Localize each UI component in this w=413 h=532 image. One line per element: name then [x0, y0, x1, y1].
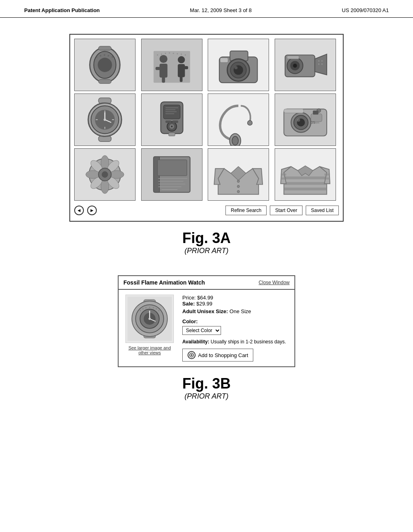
product-panel-body: See larger image and other views Price: … — [119, 290, 294, 366]
svg-rect-43 — [287, 56, 299, 59]
grid-cell-9[interactable] — [74, 148, 136, 201]
svg-rect-18 — [177, 64, 185, 77]
header-publication: Patent Application Publication — [24, 7, 100, 13]
add-to-cart-button[interactable]: Add to Shopping Cart — [182, 349, 253, 362]
svg-point-114 — [237, 190, 240, 193]
svg-point-138 — [156, 308, 157, 310]
size-label: Adult Unisex Size: — [182, 308, 228, 314]
svg-rect-67 — [165, 121, 171, 123]
svg-rect-20 — [179, 76, 182, 82]
svg-point-10 — [112, 56, 113, 58]
close-window-link[interactable]: Close Window — [259, 280, 290, 285]
product-image-area: See larger image and other views — [123, 295, 176, 362]
fig3a-section: 35 mm — [0, 18, 413, 263]
svg-point-137 — [153, 307, 154, 308]
svg-point-76 — [232, 136, 238, 145]
saved-list-button[interactable]: Saved List — [306, 206, 339, 215]
svg-rect-73 — [169, 133, 175, 136]
svg-rect-86 — [284, 109, 303, 113]
svg-point-132 — [148, 318, 151, 320]
fig3b-title: Fig. 3B — [182, 375, 231, 392]
grid-cell-2[interactable] — [141, 39, 202, 91]
svg-rect-5 — [98, 79, 111, 83]
grid-cell-3[interactable] — [208, 39, 269, 91]
svg-point-113 — [237, 185, 240, 188]
start-over-button[interactable]: Start Over — [270, 206, 302, 215]
svg-point-56 — [104, 118, 106, 121]
svg-point-139 — [159, 310, 160, 311]
color-select[interactable]: Select Color — [182, 326, 221, 335]
grid-cell-8[interactable]: 35 mm — [275, 94, 336, 146]
svg-rect-118 — [284, 187, 326, 190]
grid-cell-6[interactable] — [141, 94, 202, 146]
larger-image-link[interactable]: See larger image and other views — [123, 345, 176, 355]
svg-point-23 — [165, 53, 166, 54]
svg-rect-19 — [183, 66, 188, 69]
image-grid: 35 mm — [74, 39, 339, 201]
next-button[interactable]: ► — [87, 206, 97, 215]
svg-point-77 — [248, 121, 252, 125]
svg-point-3 — [98, 58, 112, 72]
svg-text:mm: mm — [314, 121, 319, 125]
svg-point-42 — [293, 64, 297, 68]
grid-cell-11[interactable] — [208, 148, 269, 201]
svg-point-35 — [234, 66, 238, 69]
svg-point-21 — [157, 54, 158, 56]
color-section: Color: Select Color — [182, 318, 290, 335]
svg-point-134 — [142, 308, 144, 310]
svg-rect-16 — [162, 77, 165, 83]
availability-label: Availability: — [182, 339, 209, 345]
sale-price: $29.99 — [196, 301, 213, 307]
svg-point-133 — [140, 310, 141, 311]
svg-rect-105 — [157, 160, 187, 176]
size-value: One Size — [229, 308, 251, 314]
prev-button[interactable]: ◄ — [74, 206, 84, 215]
fig3a-title: Fig. 3A — [182, 230, 231, 247]
page-header: Patent Application Publication Mar. 12, … — [0, 0, 413, 18]
svg-rect-68 — [172, 121, 178, 123]
sale-label: Sale: — [182, 301, 195, 307]
svg-point-17 — [177, 56, 185, 63]
fig3b-label: Fig. 3B (PRIOR ART) — [182, 375, 231, 401]
price-sale: Sale: $29.99 — [182, 301, 290, 307]
navigation-buttons: ◄ ► — [74, 206, 97, 215]
svg-rect-87 — [313, 110, 318, 114]
svg-point-44 — [318, 60, 319, 62]
grid-cell-4[interactable] — [275, 39, 336, 91]
add-to-cart-label: Add to Shopping Cart — [198, 352, 248, 358]
svg-point-8 — [104, 54, 105, 56]
product-panel: Fossil Flame Animation Watch Close Windo… — [118, 275, 295, 367]
refine-search-button[interactable]: Refine Search — [225, 206, 267, 215]
svg-point-7 — [100, 55, 101, 56]
fig3b-section: Fossil Flame Animation Watch Close Windo… — [0, 263, 413, 409]
action-buttons: Refine Search Start Over Saved List — [225, 206, 339, 215]
svg-point-26 — [177, 53, 178, 54]
header-patent-number: US 2009/070320 A1 — [342, 7, 389, 13]
price-regular: Price: $64.99 — [182, 295, 290, 301]
product-panel-header: Fossil Flame Animation Watch Close Windo… — [119, 276, 294, 290]
svg-point-9 — [108, 55, 109, 56]
svg-point-136 — [149, 307, 150, 308]
grid-cell-12[interactable] — [275, 148, 336, 201]
fig3b-subtitle: (PRIOR ART) — [182, 392, 231, 401]
color-select-wrapper: Select Color — [182, 326, 290, 335]
grid-cell-1[interactable] — [74, 39, 136, 91]
color-label: Color: — [182, 318, 290, 324]
svg-point-25 — [173, 53, 174, 54]
svg-point-6 — [96, 56, 97, 58]
fig3a-label: Fig. 3A (PRIOR ART) — [182, 230, 231, 255]
svg-rect-15 — [155, 67, 161, 70]
grid-cell-7[interactable] — [208, 94, 269, 146]
svg-point-28 — [185, 54, 186, 56]
size-info: Adult Unisex Size: One Size — [182, 308, 290, 314]
svg-rect-117 — [284, 182, 326, 185]
product-details: Price: $64.99 Sale: $29.99 Adult Unisex … — [182, 295, 290, 362]
grid-cell-10[interactable] — [141, 148, 202, 201]
svg-point-27 — [181, 54, 182, 55]
svg-rect-36 — [220, 58, 228, 62]
svg-rect-14 — [159, 64, 167, 77]
grid-cell-5[interactable] — [74, 94, 136, 146]
svg-point-112 — [237, 180, 240, 183]
svg-point-22 — [161, 54, 162, 55]
svg-point-24 — [169, 52, 170, 54]
